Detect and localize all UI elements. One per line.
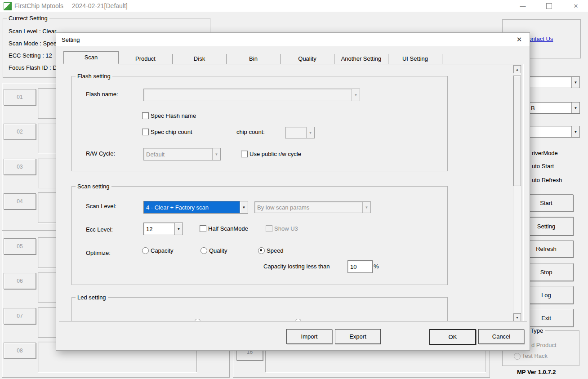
dialog-scrollbar[interactable]: ▲ ▼	[513, 65, 521, 322]
use-public-rw-checkbox[interactable]	[241, 151, 248, 157]
chevron-down-icon[interactable]: ▼	[571, 77, 579, 88]
optimize-capacity-radio[interactable]	[142, 247, 149, 254]
chevron-down-icon[interactable]: ▼	[571, 103, 579, 113]
chevron-down-icon[interactable]: ▼	[240, 201, 248, 213]
ecc-level-combo[interactable]: 12 ▼	[143, 223, 183, 235]
chip-count-combo: ▼	[285, 127, 315, 138]
optimize-quality-label: Quality	[209, 247, 227, 254]
spec-chip-count-checkbox[interactable]	[142, 129, 149, 135]
chip-count-label: chip count:	[236, 128, 265, 136]
chevron-down-icon: ▼	[352, 89, 360, 101]
port-button-01[interactable]: 01	[4, 89, 36, 105]
dialog-tabs: Scan Product Disk Bin Quality Another Se…	[63, 53, 523, 64]
scroll-up-icon[interactable]: ▲	[513, 65, 521, 73]
optimize-label: Optimize:	[86, 249, 111, 257]
test-rack-radio-label: Test Rack	[522, 352, 548, 360]
tab-product[interactable]: Product	[119, 54, 173, 64]
close-icon[interactable]: ✕	[568, 0, 584, 12]
current-scan-mode: Scan Mode : Spee	[9, 40, 57, 47]
setting-dialog: Setting ✕ Scan Product Disk Bin Quality …	[56, 32, 530, 351]
app-title: FirstChip Mptools	[14, 2, 63, 10]
spec-chip-count-label: Spec chip count	[151, 128, 192, 136]
chip-count-value	[285, 127, 306, 138]
port-button-07[interactable]: 07	[4, 308, 36, 324]
scan-params-combo: By low scan params ▼	[254, 201, 371, 213]
auto-refresh-label: uto Refresh	[532, 176, 562, 184]
flash-name-combo: ▼	[143, 89, 360, 101]
type-group-title: Type	[529, 327, 545, 334]
chevron-down-icon[interactable]: ▼	[174, 223, 183, 235]
flash-name-label: Flash name:	[86, 90, 118, 98]
port-button-05[interactable]: 05	[4, 238, 36, 254]
scrollbar-thumb[interactable]	[513, 76, 521, 186]
flash-setting-title: Flash setting	[76, 73, 112, 80]
show-u3-checkbox	[266, 225, 272, 232]
led-setting-group: Led setting	[71, 297, 448, 322]
rw-cycle-label: R/W Cycle:	[86, 150, 115, 157]
use-public-rw-label: Use public r/w cycle	[249, 150, 301, 158]
chevron-down-icon: ▼	[362, 202, 370, 213]
spec-flash-name-label: Spec Flash name	[151, 112, 196, 120]
import-button[interactable]: Import	[286, 329, 332, 344]
content-right-edge	[523, 64, 524, 321]
tab-quality[interactable]: Quality	[281, 54, 334, 64]
tab-scan[interactable]: Scan	[63, 51, 119, 64]
scroll-down-icon[interactable]: ▼	[513, 313, 521, 321]
product-radio-label: d Product	[531, 341, 557, 349]
optimize-quality-radio[interactable]	[200, 247, 207, 254]
ecc-level-value: 12	[144, 223, 174, 235]
mp-version-label: MP Ver 1.0.7.2	[517, 368, 556, 376]
current-focus-flash-id: Focus Flash ID : D	[9, 64, 57, 71]
half-scanmode-checkbox[interactable]	[200, 225, 206, 232]
scan-level-value: 4 - Clear + Factory scan	[144, 201, 240, 213]
main-titlebar: FirstChip Mptools 2024-02-21[Default] — …	[0, 0, 588, 12]
chevron-down-icon: ▼	[306, 127, 314, 138]
port-button-02[interactable]: 02	[4, 124, 36, 140]
half-scanmode-label: Half ScanMode	[208, 225, 248, 232]
ok-button[interactable]: OK	[429, 329, 476, 345]
test-rack-radio	[514, 353, 521, 360]
led-setting-title: Led setting	[76, 294, 108, 301]
ecc-level-label: Ecc Level:	[86, 226, 113, 233]
percent-label: %	[374, 263, 379, 270]
cancel-button[interactable]: Cancel	[478, 329, 524, 344]
tab-another-setting[interactable]: Another Setting	[334, 54, 388, 64]
port-button-03[interactable]: 03	[4, 159, 36, 175]
rw-cycle-combo: Default ▼	[143, 148, 221, 161]
spec-flash-name-checkbox[interactable]	[142, 112, 149, 119]
rw-cycle-value: Default	[144, 148, 212, 160]
drivermode-label: riverMode	[532, 149, 558, 157]
tab-disk[interactable]: Disk	[173, 54, 227, 64]
chevron-down-icon[interactable]: ▼	[571, 126, 579, 137]
content-bottom-edge	[59, 321, 527, 322]
optimize-capacity-label: Capacity	[151, 247, 174, 254]
optimize-speed-radio[interactable]	[258, 247, 265, 254]
dialog-close-icon[interactable]: ✕	[513, 34, 525, 45]
app-logo-icon	[4, 2, 12, 10]
auto-start-label: uto Start	[532, 162, 554, 170]
chevron-down-icon: ▼	[212, 148, 220, 160]
show-u3-label: Show U3	[274, 225, 298, 232]
port-button-04[interactable]: 04	[4, 193, 36, 210]
app-date-label: 2024-02-21[Default]	[72, 2, 128, 10]
flash-name-value	[144, 89, 352, 101]
port-button-06[interactable]: 06	[4, 273, 36, 289]
port-button-08[interactable]: 08	[4, 343, 36, 359]
current-ecc-setting: ECC Setting : 12	[9, 52, 52, 59]
maximize-glyph	[546, 3, 552, 9]
maximize-icon[interactable]	[541, 0, 557, 12]
dialog-titlebar: Setting ✕	[56, 33, 530, 46]
dialog-title: Setting	[62, 36, 80, 44]
optimize-speed-label: Speed	[267, 247, 284, 254]
scan-level-label: Scan Level:	[86, 202, 116, 210]
scan-setting-group: Scan setting	[71, 186, 448, 285]
tab-bin[interactable]: Bin	[227, 54, 281, 64]
tab-ui-setting[interactable]: UI Setting	[388, 54, 442, 64]
export-button[interactable]: Export	[335, 329, 381, 344]
scan-level-combo[interactable]: 4 - Clear + Factory scan ▼	[143, 201, 248, 214]
scan-params-value: By low scan params	[255, 202, 362, 213]
capacity-losting-input[interactable]: 10	[347, 260, 373, 273]
scan-setting-title: Scan setting	[76, 183, 111, 190]
minimize-icon[interactable]: —	[515, 0, 530, 12]
capacity-losting-label: Capacity losting less than	[263, 263, 330, 270]
